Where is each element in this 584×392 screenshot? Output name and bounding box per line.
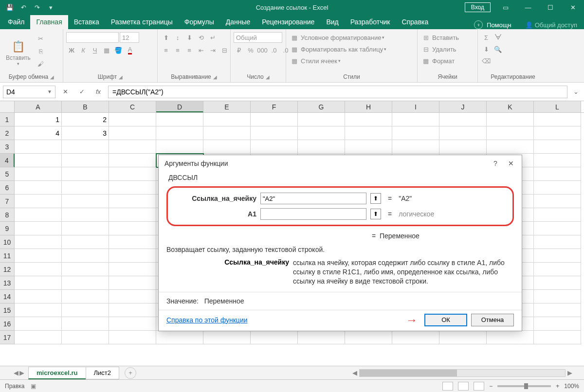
cell[interactable] xyxy=(15,222,62,235)
fill-color-button[interactable]: 🪣 xyxy=(113,45,124,55)
cell[interactable] xyxy=(534,126,581,140)
share-button[interactable]: 👤 Общий доступ xyxy=(525,21,577,29)
clear-icon[interactable]: ⌫ xyxy=(481,55,492,66)
cell[interactable] xyxy=(534,113,581,126)
row-header[interactable]: 3 xyxy=(0,140,15,154)
tab-вставка[interactable]: Вставка xyxy=(68,15,105,29)
column-header[interactable]: A xyxy=(15,101,62,112)
zoom-in-icon[interactable]: + xyxy=(556,383,559,390)
enter-formula-button[interactable]: ✓ xyxy=(75,86,89,98)
tab-формулы[interactable]: Формулы xyxy=(179,15,220,29)
cell[interactable] xyxy=(203,113,251,126)
cell[interactable] xyxy=(251,331,298,344)
select-all-corner[interactable] xyxy=(0,101,15,112)
tab-разметка страницы[interactable]: Разметка страницы xyxy=(105,15,179,29)
tab-главная[interactable]: Главная xyxy=(30,15,68,29)
fill-icon[interactable]: ⬇ xyxy=(481,44,492,54)
cell[interactable] xyxy=(487,331,534,344)
cell[interactable] xyxy=(251,126,298,140)
merge-icon[interactable]: ⊟ xyxy=(219,45,230,55)
cell[interactable] xyxy=(203,331,251,344)
cell[interactable] xyxy=(534,222,581,235)
paste-button[interactable]: 📋 Вставить ▾ xyxy=(3,31,34,73)
help-link[interactable]: Справка по этой функции xyxy=(166,316,248,324)
cell[interactable] xyxy=(345,113,392,126)
row-header[interactable]: 2 xyxy=(0,126,15,140)
cell[interactable] xyxy=(15,195,62,208)
cell[interactable] xyxy=(109,167,156,181)
cell[interactable] xyxy=(15,235,62,249)
cell[interactable] xyxy=(534,303,581,317)
macro-record-icon[interactable]: ▣ xyxy=(31,383,36,390)
cancel-button[interactable]: Отмена xyxy=(471,314,514,326)
column-header[interactable]: D xyxy=(156,101,203,112)
column-header[interactable]: H xyxy=(345,101,392,112)
cell[interactable] xyxy=(15,331,62,344)
italic-button[interactable]: К xyxy=(78,45,89,55)
cell[interactable] xyxy=(487,140,534,154)
horizontal-scrollbar[interactable]: ◀ ▶ xyxy=(350,369,584,377)
cell[interactable] xyxy=(109,140,156,154)
cell[interactable] xyxy=(392,126,439,140)
cell[interactable] xyxy=(251,113,298,126)
cell[interactable] xyxy=(62,140,109,154)
chevron-down-icon[interactable]: ▼ xyxy=(47,89,52,94)
cell[interactable] xyxy=(15,208,62,222)
cell[interactable] xyxy=(15,167,62,181)
zoom-slider[interactable] xyxy=(497,385,551,387)
cell[interactable] xyxy=(15,317,62,331)
row-header[interactable]: 8 xyxy=(0,208,15,222)
range-picker-icon[interactable]: ⬆ xyxy=(370,193,381,204)
cell[interactable] xyxy=(62,181,109,195)
cell[interactable] xyxy=(534,276,581,290)
cell[interactable] xyxy=(109,235,156,249)
copy-icon[interactable]: ⎘ xyxy=(36,46,46,56)
align-bottom-icon[interactable]: ⬇ xyxy=(184,32,195,43)
cell[interactable] xyxy=(109,263,156,276)
cell[interactable] xyxy=(15,290,62,303)
save-icon[interactable]: 💾 xyxy=(4,1,16,13)
cell[interactable] xyxy=(109,303,156,317)
wrap-text-icon[interactable]: ↵ xyxy=(207,32,218,43)
cell[interactable] xyxy=(109,195,156,208)
cell[interactable] xyxy=(439,113,487,126)
indent-inc-icon[interactable]: ⇥ xyxy=(207,45,218,55)
cell[interactable] xyxy=(534,195,581,208)
orientation-icon[interactable]: ⟲ xyxy=(196,32,206,43)
cell[interactable] xyxy=(15,140,62,154)
row-header[interactable]: 12 xyxy=(0,263,15,276)
cell[interactable] xyxy=(109,222,156,235)
cell[interactable] xyxy=(15,276,62,290)
tab-вид[interactable]: Вид xyxy=(320,15,344,29)
cell[interactable] xyxy=(109,290,156,303)
font-color-button[interactable]: А xyxy=(125,45,135,55)
cell[interactable] xyxy=(62,167,109,181)
cell[interactable]: 4 xyxy=(15,126,62,140)
formula-input[interactable]: =ДВССЫЛ("A2") xyxy=(108,86,567,98)
cancel-formula-button[interactable]: ✕ xyxy=(58,86,72,98)
find-icon[interactable]: 🔍 xyxy=(493,44,503,54)
cell[interactable] xyxy=(109,126,156,140)
dialog-close-icon[interactable]: ✕ xyxy=(506,159,516,168)
next-sheet-icon[interactable]: ▶ xyxy=(19,369,24,376)
row-header[interactable]: 17 xyxy=(0,331,15,344)
row-header[interactable]: 6 xyxy=(0,181,15,195)
prev-sheet-icon[interactable]: ◀ xyxy=(14,369,18,376)
font-size-input[interactable] xyxy=(120,32,139,43)
cell[interactable] xyxy=(109,154,156,167)
expand-formula-icon[interactable]: ⌄ xyxy=(570,86,581,98)
range-picker-icon[interactable]: ⬆ xyxy=(370,209,381,219)
sort-icon[interactable]: ᗄ xyxy=(493,32,503,43)
currency-icon[interactable]: ₽ xyxy=(234,45,244,55)
cell[interactable] xyxy=(392,140,439,154)
insert-cells-button[interactable]: ⊞Вставить xyxy=(420,32,474,43)
tell-me-text[interactable]: Помощн xyxy=(487,21,511,29)
cell[interactable] xyxy=(156,331,203,344)
row-header[interactable]: 14 xyxy=(0,290,15,303)
cell[interactable]: 3 xyxy=(62,126,109,140)
cell[interactable] xyxy=(62,303,109,317)
cell[interactable] xyxy=(487,126,534,140)
qat-customize-icon[interactable]: ▾ xyxy=(45,1,56,13)
dialog-launcher-icon[interactable]: ◢ xyxy=(119,74,123,80)
cell[interactable] xyxy=(534,154,581,167)
